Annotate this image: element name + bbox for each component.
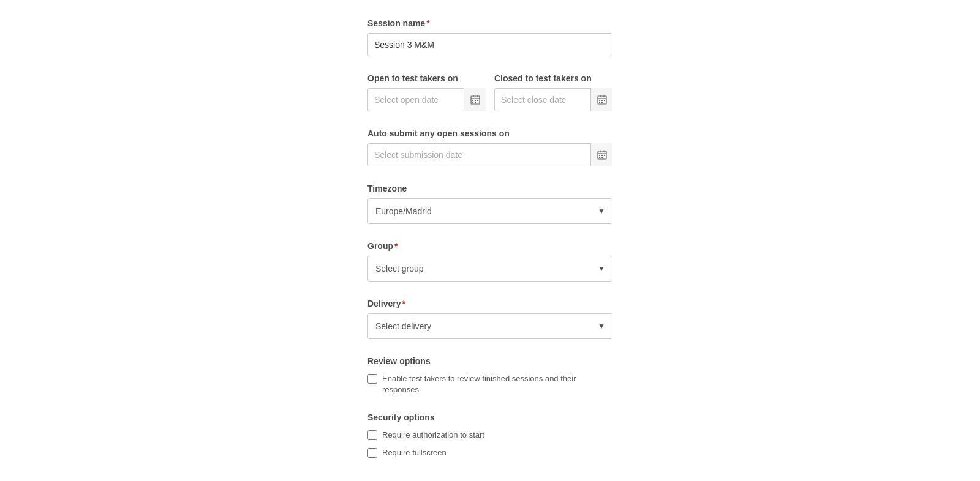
group-label: Group*	[368, 241, 612, 251]
review-checkbox[interactable]	[368, 374, 377, 384]
svg-rect-4	[472, 100, 473, 101]
delivery-label: Delivery*	[368, 299, 612, 308]
svg-rect-6	[477, 100, 478, 101]
auto-submit-label: Auto submit any open sessions on	[368, 129, 612, 138]
close-date-group: Closed to test takers on	[494, 73, 612, 111]
review-checkbox-group: Enable test takers to review finished se…	[368, 373, 612, 395]
security-options-section: Security options Require authorization t…	[368, 412, 612, 458]
page-container: Session name* Open to test takers on	[0, 0, 980, 481]
review-checkbox-text: Enable test takers to review finished se…	[382, 373, 612, 395]
group-select[interactable]: Select group	[368, 256, 612, 282]
review-options-title: Review options	[368, 356, 612, 366]
submission-date-wrapper	[368, 143, 612, 166]
security-auth-group: Require authorization to start	[368, 430, 612, 441]
timezone-select[interactable]: Europe/MadridUTCAmerica/New_YorkAsia/Tok…	[368, 198, 612, 224]
calendar-icon	[597, 150, 607, 160]
date-row-group: Open to test takers on	[368, 73, 612, 111]
timezone-select-wrapper: Europe/MadridUTCAmerica/New_YorkAsia/Tok…	[368, 198, 612, 224]
svg-rect-13	[599, 100, 600, 101]
open-date-label: Open to test takers on	[368, 73, 486, 83]
auto-submit-group: Auto submit any open sessions on	[368, 129, 612, 166]
submission-date-calendar-button[interactable]	[590, 143, 612, 166]
svg-rect-17	[601, 102, 603, 103]
open-date-group: Open to test takers on	[368, 73, 486, 111]
delivery-group: Delivery* Select delivery ▼	[368, 299, 612, 339]
open-date-calendar-button[interactable]	[464, 88, 486, 111]
group-select-wrapper: Select group ▼	[368, 256, 612, 282]
session-name-label: Session name*	[368, 18, 612, 28]
security-fullscreen-group: Require fullscreen	[368, 447, 612, 458]
svg-rect-15	[604, 100, 605, 101]
svg-rect-26	[601, 157, 603, 158]
session-name-input[interactable]	[368, 33, 612, 56]
open-date-wrapper	[368, 88, 486, 111]
form-container: Session name* Open to test takers on	[368, 12, 612, 481]
security-auth-checkbox[interactable]	[368, 430, 377, 440]
submission-date-input[interactable]	[368, 143, 612, 166]
svg-rect-14	[601, 100, 603, 101]
delivery-select-wrapper: Select delivery ▼	[368, 313, 612, 339]
svg-rect-5	[475, 100, 476, 101]
close-date-wrapper	[494, 88, 612, 111]
session-name-group: Session name*	[368, 18, 612, 56]
delivery-select[interactable]: Select delivery	[368, 313, 612, 339]
security-fullscreen-checkbox[interactable]	[368, 448, 377, 458]
calendar-icon	[597, 95, 607, 105]
svg-rect-24	[604, 155, 605, 156]
review-checkbox-label[interactable]: Enable test takers to review finished se…	[368, 373, 612, 395]
timezone-label: Timezone	[368, 184, 612, 193]
calendar-icon	[470, 95, 480, 105]
svg-rect-22	[599, 155, 600, 156]
svg-rect-25	[599, 157, 600, 158]
close-date-calendar-button[interactable]	[590, 88, 612, 111]
security-fullscreen-text: Require fullscreen	[382, 447, 447, 458]
svg-rect-7	[472, 102, 473, 103]
timezone-group: Timezone Europe/MadridUTCAmerica/New_Yor…	[368, 184, 612, 224]
group-group: Group* Select group ▼	[368, 241, 612, 282]
security-fullscreen-label[interactable]: Require fullscreen	[368, 447, 612, 458]
close-date-label: Closed to test takers on	[494, 73, 612, 83]
review-options-section: Review options Enable test takers to rev…	[368, 356, 612, 395]
security-auth-text: Require authorization to start	[382, 430, 484, 441]
svg-rect-23	[601, 155, 603, 156]
security-auth-label[interactable]: Require authorization to start	[368, 430, 612, 441]
svg-rect-16	[599, 102, 600, 103]
svg-rect-8	[475, 102, 476, 103]
security-options-title: Security options	[368, 412, 612, 422]
